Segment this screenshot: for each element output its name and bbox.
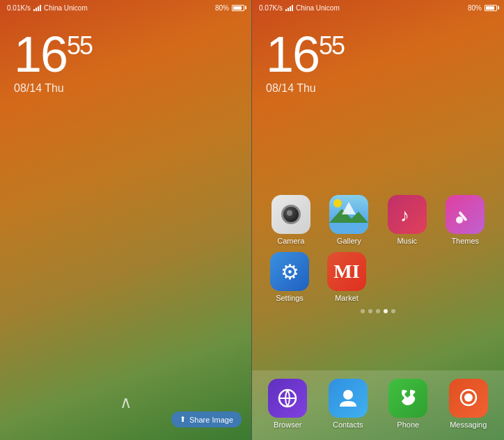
left-phone: 0.01K/s China Unicom 80% 1655 08/14 Thu … bbox=[0, 0, 252, 440]
browser-svg bbox=[276, 387, 299, 409]
music-icon: ♪ bbox=[388, 195, 427, 234]
carrier-left: China Unicom bbox=[44, 4, 88, 12]
network-speed-right: 0.07K/s bbox=[259, 4, 283, 12]
camera-lens bbox=[281, 205, 301, 224]
svg-point-9 bbox=[343, 390, 353, 400]
carrier-right: China Unicom bbox=[296, 4, 340, 12]
app-settings[interactable]: ⚙ Settings bbox=[265, 252, 315, 302]
settings-icon: ⚙ bbox=[270, 252, 309, 291]
date-left: 08/14 Thu bbox=[14, 82, 237, 95]
gallery-icon bbox=[329, 195, 368, 234]
page-indicators bbox=[262, 309, 494, 313]
share-icon: ⬆ bbox=[180, 415, 186, 424]
app-contacts[interactable]: Contacts bbox=[323, 379, 373, 429]
phone-svg bbox=[398, 388, 418, 408]
gallery-label: Gallery bbox=[337, 237, 361, 245]
app-browser[interactable]: Browser bbox=[262, 379, 313, 429]
gallery-svg bbox=[329, 195, 368, 234]
right-phone: 0.07K/s China Unicom 80% 1655 08/14 Thu bbox=[252, 0, 504, 440]
dot-2 bbox=[368, 309, 372, 313]
clock-minute-right: 55 bbox=[319, 31, 344, 60]
camera-label: Camera bbox=[277, 237, 304, 245]
app-messaging[interactable]: Messaging bbox=[443, 379, 494, 429]
time-left: 1655 bbox=[14, 29, 237, 79]
date-right: 08/14 Thu bbox=[266, 82, 490, 95]
camera-icon bbox=[271, 195, 310, 234]
network-speed-left: 0.01K/s bbox=[7, 4, 31, 12]
market-icon: MI bbox=[327, 252, 366, 291]
messaging-label: Messaging bbox=[450, 421, 487, 429]
svg-point-11 bbox=[464, 393, 473, 402]
music-label: Music bbox=[397, 237, 417, 245]
time-right: 1655 bbox=[266, 29, 490, 79]
app-row-2: ⚙ Settings MI Market bbox=[262, 252, 494, 302]
themes-svg-icon bbox=[454, 203, 476, 226]
status-bar-right: 0.07K/s China Unicom 80% bbox=[252, 0, 504, 15]
themes-label: Themes bbox=[451, 237, 479, 245]
status-bar-left: 0.01K/s China Unicom 80% bbox=[0, 0, 251, 15]
status-left-area-right: 0.07K/s China Unicom bbox=[259, 4, 340, 12]
contacts-icon bbox=[329, 379, 368, 418]
svg-point-5 bbox=[456, 217, 463, 223]
dot-4-active bbox=[384, 309, 388, 313]
themes-icon bbox=[446, 195, 485, 234]
signal-icon-left bbox=[33, 4, 41, 11]
dot-5 bbox=[391, 309, 395, 313]
messaging-icon bbox=[449, 379, 488, 418]
clock-hour-left: 16 bbox=[14, 26, 67, 82]
app-gallery[interactable]: Gallery bbox=[324, 195, 374, 245]
contacts-label: Contacts bbox=[333, 421, 363, 429]
dot-1 bbox=[361, 309, 365, 313]
bottom-dock: Browser Contacts Phone bbox=[252, 370, 504, 440]
clock-left: 1655 08/14 Thu bbox=[0, 15, 251, 98]
status-right-area-right: 80% bbox=[468, 4, 497, 12]
battery-percent-left: 80% bbox=[215, 4, 229, 12]
app-phone[interactable]: Phone bbox=[383, 379, 433, 429]
app-camera[interactable]: Camera bbox=[266, 195, 316, 245]
svg-point-3 bbox=[333, 199, 342, 207]
browser-icon bbox=[268, 379, 307, 418]
gear-symbol: ⚙ bbox=[281, 260, 299, 284]
svg-text:♪: ♪ bbox=[400, 205, 409, 226]
app-grid: Camera bbox=[252, 195, 504, 320]
settings-label: Settings bbox=[276, 294, 304, 302]
browser-label: Browser bbox=[274, 421, 301, 429]
battery-percent-right: 80% bbox=[468, 4, 482, 12]
share-button[interactable]: ⬆ Share Image bbox=[171, 411, 242, 427]
mi-logo: MI bbox=[333, 260, 359, 283]
battery-icon-right bbox=[485, 5, 497, 11]
clock-minute-left: 55 bbox=[67, 31, 92, 60]
app-music[interactable]: ♪ Music bbox=[382, 195, 432, 245]
swipe-up-arrow[interactable]: ∧ bbox=[120, 393, 132, 412]
app-market[interactable]: MI Market bbox=[322, 252, 372, 302]
phone-label: Phone bbox=[397, 421, 419, 429]
dot-3 bbox=[376, 309, 380, 313]
signal-icon-right bbox=[285, 4, 293, 11]
contacts-svg bbox=[337, 387, 359, 409]
app-themes[interactable]: Themes bbox=[440, 195, 490, 245]
status-right-area: 80% bbox=[215, 4, 244, 12]
clock-right: 1655 08/14 Thu bbox=[252, 15, 504, 98]
messaging-svg bbox=[457, 387, 480, 409]
share-label: Share Image bbox=[189, 416, 233, 424]
market-label: Market bbox=[335, 294, 359, 302]
clock-hour-right: 16 bbox=[266, 26, 319, 82]
phone-icon bbox=[388, 379, 427, 418]
status-left-area: 0.01K/s China Unicom bbox=[7, 4, 88, 12]
battery-icon-left bbox=[232, 5, 244, 11]
music-note-icon: ♪ bbox=[396, 203, 418, 226]
app-row-1: Camera bbox=[262, 195, 494, 245]
